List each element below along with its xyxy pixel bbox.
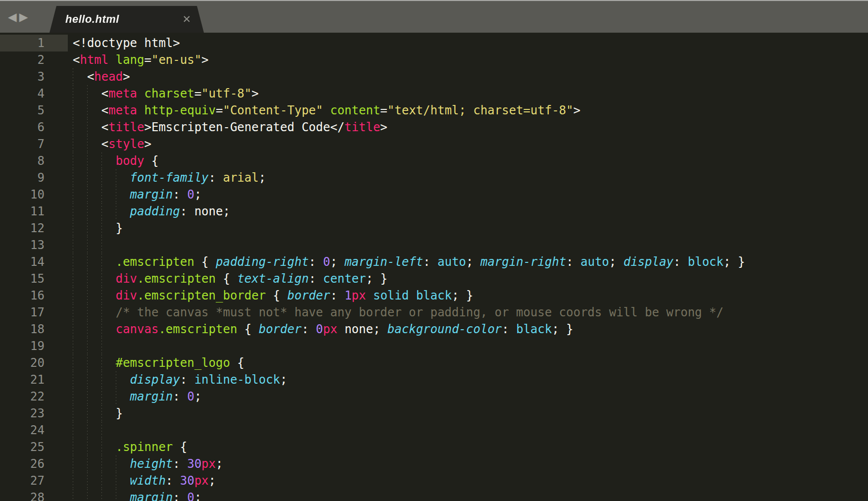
- code-line[interactable]: 5 <meta http-equiv="Content-Type" conten…: [0, 102, 868, 119]
- line-number[interactable]: 14: [0, 253, 68, 270]
- code-line[interactable]: 26 height: 30px;: [0, 455, 868, 472]
- code-line-text[interactable]: <title>Emscripten-Generated Code</title>: [68, 119, 868, 136]
- code-line[interactable]: 21 display: inline-block;: [0, 371, 868, 388]
- code-line-text[interactable]: [68, 422, 868, 439]
- line-number[interactable]: 21: [0, 371, 68, 388]
- line-number[interactable]: 25: [0, 439, 68, 455]
- line-number[interactable]: 7: [0, 136, 68, 152]
- line-number[interactable]: 5: [0, 102, 68, 119]
- code-line-text[interactable]: [68, 237, 868, 253]
- code-token: Emscripten-Generated Code: [151, 120, 330, 134]
- code-line[interactable]: 20 #emscripten_logo {: [0, 354, 868, 371]
- line-number[interactable]: 24: [0, 422, 68, 439]
- code-line-text[interactable]: height: 30px;: [68, 455, 868, 472]
- line-number[interactable]: 27: [0, 472, 68, 489]
- code-token: "text/html; charset=utf-8": [387, 103, 574, 117]
- code-token: #emscripten_logo: [116, 356, 230, 370]
- code-line[interactable]: 23 }: [0, 405, 868, 422]
- line-number[interactable]: 26: [0, 455, 68, 472]
- line-number[interactable]: 2: [0, 51, 68, 68]
- line-number[interactable]: 12: [0, 220, 68, 237]
- code-line-text[interactable]: }: [68, 220, 868, 237]
- code-line[interactable]: 1<!doctype html>: [0, 35, 868, 51]
- code-line-text[interactable]: div.emscripten_border { border: 1px soli…: [68, 287, 868, 304]
- line-number[interactable]: 19: [0, 338, 68, 354]
- code-line-text[interactable]: font-family: arial;: [68, 169, 868, 186]
- code-line[interactable]: 4 <meta charset="utf-8">: [0, 85, 868, 102]
- code-line[interactable]: 16 div.emscripten_border { border: 1px s…: [0, 287, 868, 304]
- code-line-text[interactable]: [68, 338, 868, 354]
- nav-back-icon[interactable]: ◀: [8, 11, 17, 23]
- code-line[interactable]: 22 margin: 0;: [0, 388, 868, 405]
- code-line[interactable]: 13: [0, 237, 868, 253]
- code-line-text[interactable]: <meta http-equiv="Content-Type" content=…: [68, 102, 868, 119]
- code-line[interactable]: 2<html lang="en-us">: [0, 51, 868, 68]
- code-line[interactable]: 27 width: 30px;: [0, 472, 868, 489]
- code-line[interactable]: 15 div.emscripten { text-align: center; …: [0, 270, 868, 287]
- code-line-text[interactable]: margin: 0;: [68, 388, 868, 405]
- line-number[interactable]: 8: [0, 152, 68, 169]
- code-line-text[interactable]: margin: 0;: [68, 186, 868, 203]
- code-line-text[interactable]: margin: 0;: [68, 489, 868, 501]
- code-line-text[interactable]: width: 30px;: [68, 472, 868, 489]
- code-line-text[interactable]: padding: none;: [68, 203, 868, 220]
- code-token: ;: [194, 491, 201, 501]
- code-line[interactable]: 17 /* the canvas *must not* have any bor…: [0, 304, 868, 321]
- line-number[interactable]: 16: [0, 287, 68, 304]
- code-token: >: [380, 120, 387, 134]
- tab-hello-html[interactable]: hello.html ✕: [49, 6, 204, 33]
- code-line[interactable]: 9 font-family: arial;: [0, 169, 868, 186]
- code-line-text[interactable]: <html lang="en-us">: [68, 51, 868, 68]
- nav-forward-icon[interactable]: ▶: [19, 11, 28, 23]
- code-line-text[interactable]: body {: [68, 152, 868, 169]
- code-line[interactable]: 28 margin: 0;: [0, 489, 868, 501]
- code-editor[interactable]: 1<!doctype html>2<html lang="en-us">3 <h…: [0, 33, 868, 501]
- code-line-text[interactable]: .emscripten { padding-right: 0; margin-l…: [68, 253, 868, 270]
- code-token: ;: [609, 255, 624, 269]
- code-token: height: [130, 457, 173, 471]
- line-number[interactable]: 28: [0, 489, 68, 501]
- code-token: margin-left: [344, 255, 423, 269]
- line-number[interactable]: 17: [0, 304, 68, 321]
- line-number[interactable]: 4: [0, 85, 68, 102]
- code-line[interactable]: 7 <style>: [0, 136, 868, 152]
- code-line-text[interactable]: <head>: [68, 68, 868, 85]
- code-line-text[interactable]: }: [68, 405, 868, 422]
- code-line-text[interactable]: .spinner {: [68, 439, 868, 455]
- code-line[interactable]: 6 <title>Emscripten-Generated Code</titl…: [0, 119, 868, 136]
- code-token: [137, 103, 144, 117]
- code-line-text[interactable]: #emscripten_logo {: [68, 354, 868, 371]
- line-number[interactable]: 23: [0, 405, 68, 422]
- code-line-text[interactable]: <meta charset="utf-8">: [68, 85, 868, 102]
- code-line-text[interactable]: div.emscripten { text-align: center; }: [68, 270, 868, 287]
- code-line-text[interactable]: /* the canvas *must not* have any border…: [68, 304, 868, 321]
- line-number[interactable]: 9: [0, 169, 68, 186]
- tab-close-icon[interactable]: ✕: [182, 14, 191, 25]
- code-line[interactable]: 14 .emscripten { padding-right: 0; margi…: [0, 253, 868, 270]
- line-number[interactable]: 11: [0, 203, 68, 220]
- code-line-text[interactable]: canvas.emscripten { border: 0px none; ba…: [68, 321, 868, 338]
- code-line[interactable]: 10 margin: 0;: [0, 186, 868, 203]
- line-number[interactable]: 18: [0, 321, 68, 338]
- code-token: "Content-Type": [223, 103, 323, 117]
- code-line[interactable]: 8 body {: [0, 152, 868, 169]
- line-number[interactable]: 1: [0, 35, 68, 51]
- code-line-text[interactable]: display: inline-block;: [68, 371, 868, 388]
- line-number[interactable]: 22: [0, 388, 68, 405]
- code-line[interactable]: 19: [0, 338, 868, 354]
- line-number[interactable]: 15: [0, 270, 68, 287]
- code-line[interactable]: 3 <head>: [0, 68, 868, 85]
- code-line-text[interactable]: <!doctype html>: [68, 35, 868, 51]
- code-line-text[interactable]: <style>: [68, 136, 868, 152]
- code-line[interactable]: 24: [0, 422, 868, 439]
- line-number[interactable]: 13: [0, 237, 68, 253]
- code-line[interactable]: 11 padding: none;: [0, 203, 868, 220]
- line-number[interactable]: 10: [0, 186, 68, 203]
- code-token: center: [323, 272, 366, 286]
- line-number[interactable]: 3: [0, 68, 68, 85]
- code-line[interactable]: 12 }: [0, 220, 868, 237]
- line-number[interactable]: 20: [0, 354, 68, 371]
- line-number[interactable]: 6: [0, 119, 68, 136]
- code-line[interactable]: 18 canvas.emscripten { border: 0px none;…: [0, 321, 868, 338]
- code-line[interactable]: 25 .spinner {: [0, 439, 868, 455]
